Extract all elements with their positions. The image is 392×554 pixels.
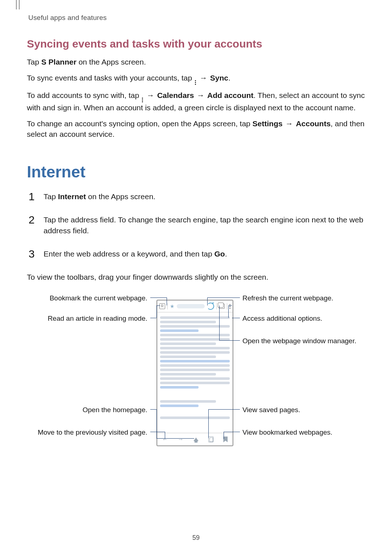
refresh-icon <box>207 303 214 310</box>
saved-pages-icon <box>208 436 213 442</box>
callout-options: Access additional options. <box>242 314 359 323</box>
lead-line <box>219 305 220 340</box>
callout-prevpage: Move to the previously visited page. <box>35 428 147 437</box>
lead-line <box>232 432 240 432</box>
divider <box>167 303 168 309</box>
arrow-icon: → <box>199 74 208 82</box>
document-page: { "header": { "crumb": "Useful apps and … <box>0 0 392 554</box>
t: Tap <box>27 58 41 66</box>
label-internet: Internet <box>58 192 86 201</box>
step-body: Enter the web address or a keyword, and … <box>44 249 365 259</box>
lead-line <box>207 297 240 298</box>
t: on the Apps screen. <box>86 192 155 201</box>
label-settings: Settings <box>253 119 283 128</box>
callout-saved: View saved pages. <box>242 406 359 415</box>
more-icon <box>141 98 144 102</box>
blurred-text-line <box>160 400 216 403</box>
lead-line <box>165 432 165 439</box>
blurred-link-line <box>160 405 199 407</box>
home-icon <box>193 438 199 441</box>
para-toolbars-note: To view the toolbars, drag your finger d… <box>27 272 365 283</box>
divider <box>216 303 217 309</box>
blurred-text-line <box>160 369 230 371</box>
lead-line <box>224 432 232 432</box>
lead-line <box>156 438 194 439</box>
lead-line <box>150 318 156 318</box>
address-field <box>177 304 205 308</box>
blurred-link-line <box>160 360 230 362</box>
lead-line <box>167 297 167 305</box>
arrow-icon: → <box>285 119 294 128</box>
heading-internet: Internet <box>27 163 365 181</box>
blurred-link-line <box>160 329 199 332</box>
numbered-steps: 1 Tap Internet on the Apps screen. 2 Tap… <box>27 191 365 264</box>
bookmarks-icon <box>223 436 228 442</box>
step-number: 3 <box>27 249 36 264</box>
step-2: 2 Tap the address field. To change the s… <box>27 214 365 241</box>
blurred-text-line <box>160 351 230 354</box>
lead-line <box>150 297 167 298</box>
bookmark-star-icon: ★ <box>170 303 175 309</box>
page-number: 59 <box>0 534 392 542</box>
phone-top-toolbar: R ★ <box>157 300 233 312</box>
label-calendars: Calendars <box>157 91 194 99</box>
phone-article-body <box>157 312 233 423</box>
para-sync-3: To add accounts to sync with, tap → Cale… <box>27 90 365 113</box>
lead-line <box>208 409 232 410</box>
blurred-text-line <box>160 373 216 376</box>
browser-diagram: R ★ <box>27 294 365 468</box>
t: To change an account's syncing option, o… <box>27 119 253 128</box>
lead-line <box>228 305 232 306</box>
t: on the Apps screen. <box>77 58 146 66</box>
lead-line <box>156 305 160 306</box>
step-1: 1 Tap Internet on the Apps screen. <box>27 191 365 207</box>
label-go: Go <box>214 250 225 258</box>
blurred-text-line <box>160 364 230 367</box>
callout-bookmarks: View bookmarked webpages. <box>242 428 359 437</box>
label-accounts: Accounts <box>296 119 331 128</box>
t: Tap <box>44 192 58 201</box>
divider <box>227 303 227 309</box>
lead-line <box>232 318 240 318</box>
lead-line <box>224 432 224 439</box>
more-icon <box>194 80 197 85</box>
lead-line <box>156 409 157 438</box>
blurred-text-line <box>160 342 216 345</box>
blurred-text-line <box>160 347 230 349</box>
phone-mock: R ★ <box>156 300 233 446</box>
more-options-icon <box>229 304 230 309</box>
step-number: 2 <box>27 214 36 241</box>
heading-sync: Syncing events and tasks with your accou… <box>27 38 365 50</box>
lead-line <box>208 409 209 438</box>
label-splanner: S Planner <box>41 58 77 66</box>
t: To sync events and tasks with your accou… <box>27 74 194 82</box>
lead-line <box>219 340 232 341</box>
label-add-account: Add account <box>207 91 253 99</box>
t: To add accounts to sync with, tap <box>27 91 141 99</box>
blurred-link-line <box>160 386 199 389</box>
lead-line <box>207 297 208 305</box>
callout-reader: Read an article in reading mode. <box>35 314 147 323</box>
window-manager-icon <box>219 304 225 309</box>
lead-line <box>228 305 229 318</box>
blurred-text-line <box>160 356 216 358</box>
step-3: 3 Enter the web address or a keyword, an… <box>27 249 365 264</box>
step-body: Tap Internet on the Apps screen. <box>44 191 365 202</box>
arrow-icon: → <box>196 91 205 99</box>
step-number: 1 <box>27 191 36 207</box>
lead-line <box>150 432 165 432</box>
callout-homepage: Open the homepage. <box>35 406 147 415</box>
t: . <box>228 74 230 82</box>
blurred-text-line <box>160 416 230 419</box>
blurred-text-line <box>160 382 230 384</box>
para-sync-2: To sync events and tasks with your accou… <box>27 73 365 85</box>
lead-line <box>150 409 156 410</box>
t: Enter the web address or a keyword, and … <box>44 250 214 258</box>
blurred-text-line <box>160 321 216 323</box>
para-sync-1: Tap S Planner on the Apps screen. <box>27 57 365 67</box>
blurred-text-line <box>160 377 230 380</box>
para-sync-4: To change an account's syncing option, o… <box>27 118 365 140</box>
arrow-icon: → <box>146 91 155 99</box>
callout-refresh: Refresh the current webpage. <box>242 294 359 303</box>
forward-icon: → <box>178 436 184 443</box>
